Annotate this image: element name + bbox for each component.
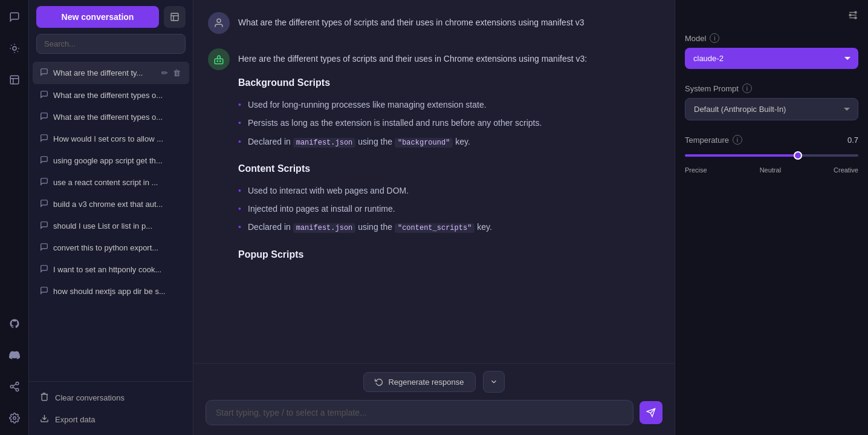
bot-message-text: Here are the different types of scripts … bbox=[238, 52, 660, 262]
model-select[interactable]: claude-2 claude-1 claude-instant bbox=[685, 48, 858, 69]
conversation-item-8[interactable]: should I use List or list in p... bbox=[33, 215, 189, 237]
conversation-label: What are the different ty... bbox=[53, 68, 155, 77]
svg-line-14 bbox=[13, 384, 16, 386]
model-info-icon[interactable]: i bbox=[710, 33, 719, 43]
conversation-icon bbox=[40, 155, 48, 166]
send-button[interactable] bbox=[640, 401, 662, 424]
conversation-icon bbox=[40, 221, 48, 231]
regenerate-row: Regenerate response bbox=[206, 371, 662, 393]
conversation-item-1[interactable]: What are the different ty... ✏ 🗑 bbox=[33, 62, 189, 84]
bot-message-body: Here are the different types of scripts … bbox=[238, 48, 660, 267]
github-icon[interactable] bbox=[5, 314, 24, 333]
conversation-item-4[interactable]: How would I set cors to allow ... bbox=[33, 128, 189, 149]
chat-input[interactable] bbox=[206, 400, 633, 425]
model-section: Model i claude-2 claude-1 claude-instant bbox=[685, 33, 858, 69]
content-bullet-1: Used to interact with web pages and DOM. bbox=[238, 182, 660, 200]
conversation-label: build a v3 chrome ext that aut... bbox=[53, 200, 182, 209]
settings-icon[interactable] bbox=[5, 408, 24, 428]
conversation-label: What are the different types o... bbox=[53, 113, 182, 122]
svg-rect-21 bbox=[215, 59, 223, 64]
add-icon-button[interactable] bbox=[164, 6, 186, 28]
share-icon[interactable] bbox=[5, 377, 24, 396]
export-data-label: Export data bbox=[55, 415, 96, 424]
search-container bbox=[29, 34, 193, 59]
conversation-label: What are the different types o... bbox=[53, 91, 182, 100]
conversation-item-9[interactable]: convert this to python export... bbox=[33, 237, 189, 258]
conversations-list: What are the different ty... ✏ 🗑 What ar… bbox=[29, 59, 193, 381]
temperature-labels: Precise Neutral Creative bbox=[685, 166, 858, 174]
section-content-list: Used to interact with web pages and DOM.… bbox=[238, 182, 660, 237]
settings-sliders-button[interactable] bbox=[847, 10, 858, 24]
conversation-item-7[interactable]: build a v3 chrome ext that aut... bbox=[33, 194, 189, 215]
temperature-label: Temperature i bbox=[685, 135, 742, 145]
conversation-item-2[interactable]: What are the different types o... bbox=[33, 85, 189, 106]
conversation-item-3[interactable]: What are the different types o... bbox=[33, 106, 189, 128]
svg-point-12 bbox=[16, 388, 19, 391]
system-prompt-section: System Prompt i Default (Anthropic Built… bbox=[685, 83, 858, 120]
conversation-icon bbox=[40, 68, 48, 78]
bot-message: Here are the different types of scripts … bbox=[208, 48, 660, 267]
svg-point-22 bbox=[217, 61, 218, 62]
conversation-item-10[interactable]: I want to set an httponly cook... bbox=[33, 259, 189, 280]
discord-icon[interactable] bbox=[5, 345, 24, 365]
lightbulb-icon[interactable] bbox=[5, 39, 24, 58]
conversation-label: I want to set an httponly cook... bbox=[53, 265, 182, 274]
temperature-thumb[interactable] bbox=[794, 151, 802, 160]
bot-avatar bbox=[208, 48, 230, 70]
conversation-label: how should nextjs app dir be s... bbox=[53, 287, 182, 296]
svg-point-29 bbox=[855, 11, 857, 13]
chat-icon[interactable] bbox=[5, 7, 24, 27]
layout-icon[interactable] bbox=[5, 70, 24, 90]
temperature-info-icon[interactable]: i bbox=[733, 135, 742, 145]
main-content: What are the different types of scripts … bbox=[193, 0, 675, 435]
conversation-icon bbox=[40, 134, 48, 144]
svg-line-3 bbox=[11, 45, 11, 45]
conversation-icon bbox=[40, 112, 48, 122]
svg-point-23 bbox=[220, 61, 221, 62]
new-conversation-button[interactable]: New conversation bbox=[36, 6, 159, 28]
right-panel: Model i claude-2 claude-1 claude-instant… bbox=[675, 0, 868, 435]
edit-conversation-button[interactable]: ✏ bbox=[160, 67, 169, 79]
temperature-label-precise: Precise bbox=[685, 166, 707, 174]
conversation-item-5[interactable]: using google app script get th... bbox=[33, 150, 189, 171]
sidebar-top: New conversation bbox=[29, 0, 193, 34]
scroll-bottom-button[interactable] bbox=[483, 371, 505, 393]
conversation-item-6[interactable]: use a react content script in ... bbox=[33, 172, 189, 193]
trash-icon bbox=[40, 392, 49, 403]
section-background-list: Used for long-running processes like man… bbox=[238, 96, 660, 151]
search-input[interactable] bbox=[36, 34, 186, 54]
clear-conversations-item[interactable]: Clear conversations bbox=[36, 387, 186, 408]
conversation-icon bbox=[40, 90, 48, 100]
delete-conversation-button[interactable]: 🗑 bbox=[172, 67, 182, 79]
conversation-label: use a react content script in ... bbox=[53, 178, 182, 187]
input-row bbox=[206, 400, 662, 425]
content-bullet-2: Injected into pages at install or runtim… bbox=[238, 200, 660, 218]
bot-intro: Here are the different types of scripts … bbox=[238, 52, 660, 65]
svg-point-30 bbox=[849, 15, 851, 16]
user-avatar bbox=[208, 12, 230, 34]
export-data-item[interactable]: Export data bbox=[36, 408, 186, 430]
svg-point-31 bbox=[855, 17, 857, 19]
svg-point-20 bbox=[217, 19, 221, 22]
regenerate-button[interactable]: Regenerate response bbox=[363, 372, 475, 392]
export-icon bbox=[40, 414, 49, 425]
system-prompt-label: System Prompt i bbox=[685, 83, 858, 93]
bg-bullet-2: Persists as long as the extension is ins… bbox=[238, 114, 660, 132]
conversation-label: convert this to python export... bbox=[53, 243, 182, 252]
bg-bullet-3: Declared in manifest.json using the "bac… bbox=[238, 132, 660, 151]
conversation-label: should I use List or list in p... bbox=[53, 221, 182, 231]
conversation-icon bbox=[40, 243, 48, 253]
svg-point-0 bbox=[13, 47, 16, 50]
system-prompt-info-icon[interactable]: i bbox=[742, 83, 752, 93]
bg-bullet-1: Used for long-running processes like man… bbox=[238, 96, 660, 114]
content-bullet-3: Declared in manifest.json using the "con… bbox=[238, 218, 660, 237]
section-content-title: Content Scripts bbox=[238, 161, 660, 177]
conversation-item-11[interactable]: how should nextjs app dir be s... bbox=[33, 281, 189, 302]
model-label: Model i bbox=[685, 33, 858, 43]
conversation-icon bbox=[40, 177, 48, 188]
conversation-icon bbox=[40, 286, 48, 296]
temperature-header: Temperature i 0.7 bbox=[685, 135, 858, 145]
clear-conversations-label: Clear conversations bbox=[55, 393, 125, 402]
user-message: What are the different types of scripts … bbox=[208, 12, 660, 34]
system-prompt-select[interactable]: Default (Anthropic Built-In) Custom bbox=[685, 98, 858, 120]
